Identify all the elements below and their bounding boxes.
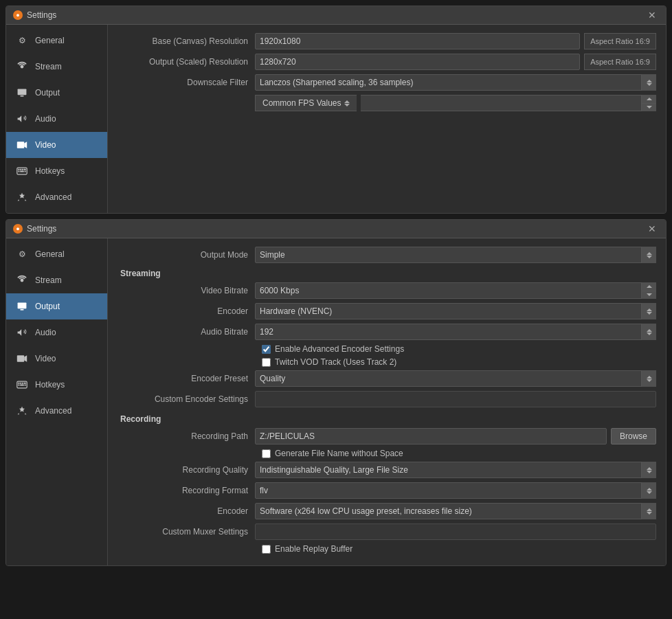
output-icon-1 [16,87,28,99]
audio-icon-2 [16,326,28,339]
video-bitrate-label: Video Bitrate [117,286,255,295]
base-resolution-select[interactable]: 1920x1080 [255,33,580,49]
downscale-row: Downscale Filter Lanczos (Sharpened scal… [117,74,656,91]
recording-format-row: Recording Format flv [117,482,656,499]
encoder-preset-select[interactable]: Quality [255,370,656,387]
sidebar-label-advanced-2: Advanced [35,406,71,416]
recording-quality-row: Recording Quality Indistinguishable Qual… [117,462,656,478]
svg-rect-23 [25,385,26,386]
recording-quality-wrap: Indistinguishable Quality, Large File Si… [255,462,656,478]
sidebar-item-stream-2[interactable]: Stream [6,267,107,293]
downscale-label: Downscale Filter [117,78,255,87]
audio-bitrate-select[interactable]: 192 [255,324,656,340]
recording-format-wrap: flv [255,482,656,499]
sidebar-item-hotkeys-2[interactable]: Hotkeys [6,372,107,398]
sidebar-item-output-2[interactable]: Output [6,293,107,319]
sidebar-item-output-1[interactable]: Output [6,80,107,106]
sidebar-label-video-1: Video [35,140,56,150]
fps-type-button[interactable]: Common FPS Values [255,95,357,111]
base-resolution-row: Base (Canvas) Resolution 1920x1080 Aspec… [117,33,656,49]
browse-button[interactable]: Browse [611,428,656,444]
sidebar-label-stream-2: Stream [35,275,62,285]
enable-replay-checkbox[interactable] [262,545,271,554]
settings-window-2: ● Settings ✕ ⚙ General Stream [5,219,667,566]
base-resolution-wrap: 1920x1080 Aspect Ratio 16:9 [255,33,656,49]
video-bitrate-row: Video Bitrate [117,282,656,299]
downscale-select-wrap: Lanczos (Sharpened scaling, 36 samples) [255,74,656,91]
stream-icon-2 [16,274,28,286]
svg-rect-1 [18,89,27,95]
output-mode-label: Output Mode [117,250,255,260]
custom-encoder-wrap [255,391,656,407]
enable-advanced-checkbox[interactable] [262,345,271,354]
svg-rect-20 [24,383,26,384]
close-button-2[interactable]: ✕ [645,224,659,234]
audio-bitrate-select-wrap: 192 [255,324,656,340]
svg-rect-11 [25,171,26,172]
base-resolution-label: Base (Canvas) Resolution [117,36,255,46]
base-aspect-label: Aspect Ratio 16:9 [584,33,656,49]
recording-path-input[interactable] [255,428,607,444]
sidebar-item-audio-1[interactable]: Audio [6,106,107,132]
recording-path-row: Recording Path Browse [117,428,656,444]
enable-replay-label[interactable]: Enable Replay Buffer [275,544,352,554]
svg-rect-7 [22,169,23,170]
twitch-vod-label[interactable]: Twitch VOD Track (Uses Track 2) [275,357,396,367]
custom-encoder-input[interactable] [255,391,656,407]
fps-arrow-down [344,104,350,106]
svg-rect-14 [21,309,24,311]
fps-spinner: 30 [361,95,657,111]
sidebar-item-advanced-1[interactable]: Advanced [6,184,107,210]
sidebar-item-video-1[interactable]: Video [6,132,107,158]
fps-spinner-arrows [344,100,350,106]
twitch-vod-checkbox[interactable] [262,358,271,367]
sidebar-item-audio-2[interactable]: Audio [6,319,107,346]
video-icon-1 [16,139,28,151]
video-bitrate-increment[interactable] [642,282,656,291]
output-resolution-select[interactable]: 1280x720 [255,54,580,70]
audio-bitrate-row: Audio Bitrate 192 [117,324,656,340]
encoder-select[interactable]: Hardware (NVENC) [255,303,656,319]
recording-quality-label: Recording Quality [117,465,255,475]
settings-window-1: ● Settings ✕ ⚙ General Stream [5,5,667,214]
fps-increment-button[interactable] [642,95,656,103]
sidebar-item-general-2[interactable]: ⚙ General [6,241,107,267]
base-resolution-select-wrap: 1920x1080 [255,33,580,49]
video-bitrate-wrap [255,282,656,299]
svg-rect-15 [17,355,24,362]
recording-format-select[interactable]: flv [255,482,656,499]
recording-encoder-select[interactable]: Software (x264 low CPU usage preset, inc… [255,503,656,519]
downscale-select[interactable]: Lanczos (Sharpened scaling, 36 samples) [255,74,656,91]
recording-encoder-label: Encoder [117,506,255,516]
advanced-icon-2 [16,405,28,417]
title-text-2: Settings [27,224,56,234]
generate-filename-label[interactable]: Generate File Name without Space [275,449,403,458]
recording-quality-select[interactable]: Indistinguishable Quality, Large File Si… [255,462,656,478]
close-button-1[interactable]: ✕ [645,10,659,20]
svg-rect-19 [22,383,23,384]
sidebar-item-hotkeys-1[interactable]: Hotkeys [6,158,107,184]
audio-icon-1 [16,113,28,125]
sidebar-label-output-1: Output [35,88,60,98]
video-bitrate-decrement[interactable] [642,291,656,300]
streaming-section-label: Streaming [117,269,656,278]
output-mode-select[interactable]: Simple [255,247,656,263]
video-bitrate-input[interactable] [255,282,656,299]
audio-bitrate-label: Audio Bitrate [117,327,255,337]
fps-input[interactable]: 30 [361,95,657,111]
encoder-preset-select-wrap: Quality [255,370,656,387]
title-text-1: Settings [27,10,56,20]
sidebar-item-stream-1[interactable]: Stream [6,54,107,80]
custom-muxer-input[interactable] [255,524,656,540]
sidebar-item-general-1[interactable]: ⚙ General [6,27,107,54]
stream-icon-1 [16,60,28,73]
encoder-row: Encoder Hardware (NVENC) [117,303,656,319]
generate-filename-checkbox[interactable] [262,449,271,458]
fps-decrement-button[interactable] [642,103,656,112]
enable-advanced-label[interactable]: Enable Advanced Encoder Settings [275,344,404,354]
custom-encoder-row: Custom Encoder Settings [117,391,656,407]
sidebar-item-video-2[interactable]: Video [6,346,107,372]
svg-rect-3 [17,142,24,148]
custom-encoder-label: Custom Encoder Settings [117,394,255,404]
sidebar-item-advanced-2[interactable]: Advanced [6,398,107,424]
